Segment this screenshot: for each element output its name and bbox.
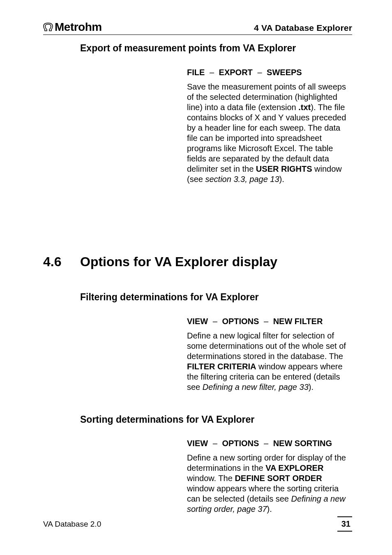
text: Define a new logical filter for selectio…: [187, 331, 346, 361]
menu-sep-icon: –: [264, 317, 268, 326]
section-heading-4-6: 4.6 Options for VA Explorer display: [43, 253, 352, 270]
menu-a: FILE: [187, 68, 205, 77]
omega-icon: [43, 23, 53, 32]
xref: Defining a new filter, page 33: [203, 382, 309, 391]
para-sort: Define a new sorting order for display o…: [187, 453, 350, 514]
body-filter: VIEW – OPTIONS – NEW FILTER Define a new…: [187, 316, 350, 392]
menu-path-sort: VIEW – OPTIONS – NEW SORTING: [187, 438, 350, 449]
section-sort: Sorting determinations for VA Explorer V…: [43, 414, 352, 515]
window-name: VA EXPLORER: [265, 463, 323, 472]
page-number: 31: [337, 516, 352, 532]
section-filter: Filtering determinations for VA Explorer…: [43, 291, 352, 392]
text: window. The: [187, 474, 235, 483]
menu-b: OPTIONS: [222, 439, 259, 448]
window-name: USER RIGHTS: [256, 164, 312, 173]
text: ).: [279, 175, 284, 184]
menu-path-filter: VIEW – OPTIONS – NEW FILTER: [187, 316, 350, 327]
page-header: Metrohm 4 VA Database Explorer: [43, 20, 352, 35]
body-export: FILE – EXPORT – SWEEPS Save the measurem…: [187, 67, 350, 184]
menu-path-export: FILE – EXPORT – SWEEPS: [187, 67, 350, 78]
brand-text: Metrohm: [55, 20, 102, 34]
subhead-export: Export of measurement points from VA Exp…: [80, 42, 352, 54]
para-filter: Define a new logical filter for selectio…: [187, 331, 350, 392]
menu-sep-icon: –: [213, 317, 217, 326]
menu-b: EXPORT: [219, 68, 253, 77]
page-body: Metrohm 4 VA Database Explorer Export of…: [43, 20, 352, 514]
menu-sep-icon: –: [210, 68, 214, 77]
product-name: VA Database 2.0: [43, 519, 101, 529]
section-export: Export of measurement points from VA Exp…: [43, 42, 352, 184]
text: ). The file contains blocks of X and Y v…: [187, 103, 346, 173]
menu-sep-icon: –: [257, 68, 262, 77]
menu-c: SWEEPS: [267, 68, 302, 77]
brand-logo: Metrohm: [43, 20, 102, 34]
menu-c: NEW SORTING: [273, 439, 332, 448]
body-sort: VIEW – OPTIONS – NEW SORTING Define a ne…: [187, 438, 350, 514]
file-ext: .txt: [298, 103, 311, 112]
xref: section 3.3, page 13: [205, 175, 279, 184]
subhead-filter: Filtering determinations for VA Explorer: [80, 291, 352, 303]
page-footer: VA Database 2.0 31: [43, 516, 352, 532]
menu-sep-icon: –: [213, 439, 217, 448]
window-name: DEFINE SORT ORDER: [235, 474, 322, 483]
text: ).: [267, 504, 272, 514]
para-export: Save the measurement points of all sweep…: [187, 82, 350, 184]
text: ).: [309, 382, 314, 391]
section-title: Options for VA Explorer display: [80, 253, 277, 270]
menu-c: NEW FILTER: [273, 317, 323, 326]
section-number: 4.6: [43, 253, 80, 270]
menu-sep-icon: –: [264, 439, 268, 448]
chapter-title: 4 VA Database Explorer: [254, 23, 352, 33]
menu-b: OPTIONS: [222, 317, 259, 326]
subhead-sort: Sorting determinations for VA Explorer: [80, 414, 352, 426]
window-name: FILTER CRITERIA: [187, 362, 256, 371]
menu-a: VIEW: [187, 439, 208, 448]
menu-a: VIEW: [187, 317, 208, 326]
